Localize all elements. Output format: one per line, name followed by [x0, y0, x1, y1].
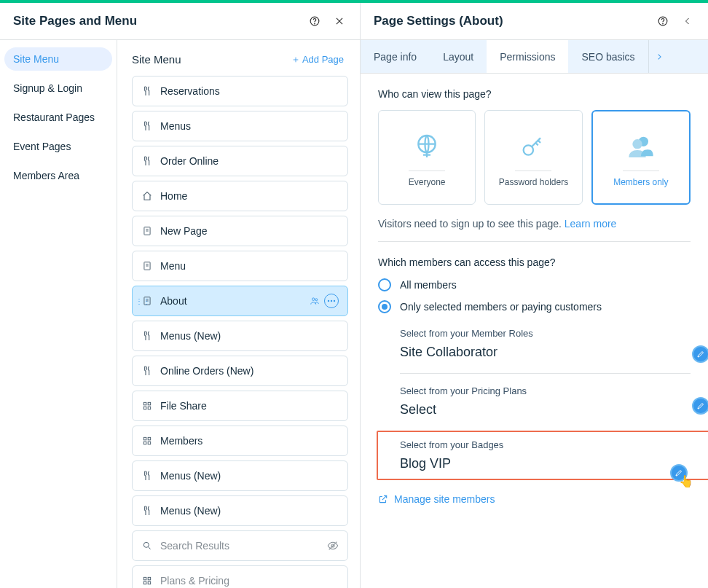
- svg-rect-13: [148, 407, 151, 409]
- page-icon: [141, 260, 153, 272]
- back-icon[interactable]: [680, 14, 695, 28]
- field-label: Select from your Pricing Plans: [400, 385, 691, 396]
- page-item-label: Reservations: [160, 85, 339, 97]
- utensils-icon: [141, 505, 153, 517]
- page-item-home[interactable]: Home: [132, 181, 348, 211]
- field-block: Select from your Member RolesSite Collab…: [400, 322, 691, 373]
- sidebar-item-site-menu[interactable]: Site Menu: [4, 47, 112, 71]
- page-item-label: Members: [160, 435, 339, 447]
- page-item-menus-new-[interactable]: Menus (New): [132, 460, 348, 491]
- pages-list: ReservationsMenusOrder OnlineHomeNew Pag…: [117, 71, 360, 588]
- field-value: Site Collaborator: [400, 345, 691, 360]
- field-label: Select from your Badges: [400, 439, 708, 450]
- field-label: Select from your Member Roles: [400, 328, 691, 339]
- view-option-label: Everyone: [409, 177, 446, 187]
- radio-only-selected-members-or-[interactable]: Only selected members or paying customer…: [378, 300, 691, 313]
- manage-link-label: Manage site members: [394, 493, 495, 505]
- svg-point-8: [331, 300, 332, 302]
- utensils-icon: [141, 85, 153, 97]
- edit-button[interactable]: [670, 464, 688, 482]
- sidebar-item-signup-login[interactable]: Signup & Login: [4, 77, 112, 100]
- field-block: Select from your Pricing PlansSelect: [400, 373, 691, 431]
- page-item-label: About: [160, 295, 302, 307]
- svg-rect-12: [143, 407, 146, 409]
- learn-more-link[interactable]: Learn more: [565, 218, 617, 230]
- view-option-everyone[interactable]: Everyone: [378, 110, 476, 205]
- utensils-icon: [141, 365, 153, 377]
- svg-point-25: [663, 23, 664, 24]
- drag-handle-icon[interactable]: ⋮⋮: [135, 297, 150, 305]
- edit-button[interactable]: [692, 397, 708, 415]
- view-option-password-holders[interactable]: Password holders: [484, 110, 582, 205]
- tab-seo-basics[interactable]: SEO basics: [568, 40, 648, 73]
- page-item-menus[interactable]: Menus: [132, 111, 348, 141]
- add-page-button[interactable]: Add Page: [292, 54, 344, 65]
- radio-icon: [378, 300, 391, 313]
- view-option-label: Password holders: [499, 177, 568, 187]
- svg-rect-15: [148, 437, 151, 440]
- home-icon: [141, 190, 153, 202]
- page-item-online-orders-new-[interactable]: Online Orders (New): [132, 356, 348, 386]
- tabs-next-button[interactable]: [648, 40, 670, 73]
- utensils-icon: [141, 155, 153, 167]
- highlighted-field: Select from your BadgesBlog VIP👆: [377, 431, 708, 480]
- grid-icon: [141, 435, 153, 447]
- sidebar-item-restaurant-pages[interactable]: Restaurant Pages: [4, 106, 112, 129]
- left-panel-title: Site Pages and Menu: [13, 14, 137, 28]
- radio-label: All members: [400, 279, 457, 291]
- sidebar-item-event-pages[interactable]: Event Pages: [4, 135, 112, 158]
- svg-point-7: [328, 300, 329, 302]
- hidden-icon: [327, 540, 339, 552]
- help-icon[interactable]: [307, 14, 322, 28]
- signup-info-text: Visitors need to sign up to see this pag…: [378, 218, 691, 230]
- svg-rect-11: [148, 402, 151, 405]
- page-item-file-share[interactable]: File Share: [132, 391, 348, 421]
- page-item-plans-pricing[interactable]: Plans & Pricing: [132, 565, 348, 588]
- page-item-members[interactable]: Members: [132, 426, 348, 456]
- page-item-label: Search Results: [160, 540, 320, 552]
- tab-permissions[interactable]: Permissions: [487, 40, 568, 73]
- utensils-icon: [141, 470, 153, 482]
- page-item-about[interactable]: ⋮⋮About: [132, 286, 348, 316]
- page-item-label: File Share: [160, 400, 339, 412]
- svg-rect-23: [148, 581, 151, 584]
- page-item-label: New Page: [160, 225, 339, 237]
- settings-tabs: Page infoLayoutPermissionsSEO basics: [361, 40, 708, 74]
- page-settings-panel: Page Settings (About) Page infoLayoutPer…: [361, 3, 708, 588]
- view-option-members-only[interactable]: Members only: [591, 110, 691, 205]
- edit-button[interactable]: [692, 345, 708, 363]
- page-item-label: Home: [160, 190, 339, 202]
- members-icon: [626, 128, 656, 165]
- page-item-reservations[interactable]: Reservations: [132, 76, 348, 106]
- view-option-label: Members only: [613, 177, 668, 187]
- radio-all-members[interactable]: All members: [378, 278, 691, 291]
- svg-point-18: [143, 542, 149, 547]
- svg-point-5: [312, 298, 315, 301]
- radio-icon: [378, 278, 391, 291]
- pages-header-title: Site Menu: [132, 53, 181, 66]
- left-panel-header: Site Pages and Menu: [0, 3, 360, 40]
- tab-page-info[interactable]: Page info: [361, 40, 430, 73]
- svg-rect-21: [148, 577, 151, 580]
- svg-point-27: [524, 145, 533, 154]
- page-item-label: Online Orders (New): [160, 365, 339, 377]
- field-value: Blog VIP: [400, 456, 708, 471]
- utensils-icon: [141, 120, 153, 132]
- svg-point-6: [315, 299, 318, 301]
- site-pages-panel: Site Pages and Menu Site MenuSignup & Lo…: [0, 3, 361, 588]
- page-item-menu[interactable]: Menu: [132, 251, 348, 281]
- manage-site-members-link[interactable]: Manage site members: [378, 493, 691, 505]
- page-item-menus-new-[interactable]: Menus (New): [132, 495, 348, 526]
- svg-rect-17: [148, 442, 151, 444]
- help-icon[interactable]: [656, 14, 670, 28]
- page-item-order-online[interactable]: Order Online: [132, 146, 348, 176]
- page-item-new-page[interactable]: New Page: [132, 216, 348, 246]
- tab-layout[interactable]: Layout: [430, 40, 487, 73]
- page-item-search-results[interactable]: Search Results: [132, 530, 348, 561]
- sidebar-item-members-area[interactable]: Members Area: [4, 164, 112, 187]
- close-icon[interactable]: [332, 14, 347, 28]
- more-options-button[interactable]: [324, 294, 339, 308]
- page-item-menus-new-[interactable]: Menus (New): [132, 321, 348, 351]
- who-can-view-label: Who can view this page?: [378, 88, 691, 100]
- divider: [378, 241, 691, 242]
